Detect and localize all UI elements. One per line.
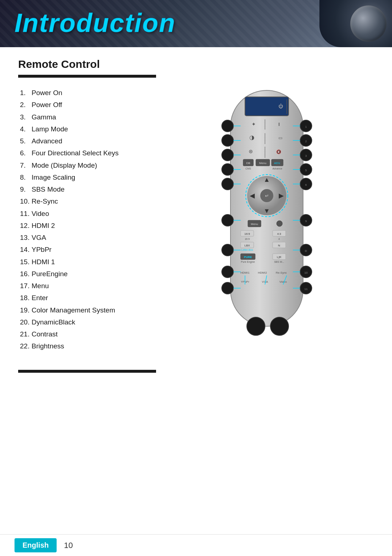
item-text: DynamicBlack [32,318,75,326]
svg-text:Menu: Menu [251,222,258,226]
item-text: HDMI 1 [32,258,55,266]
svg-text:4: 4 [278,238,280,240]
svg-point-65 [222,282,233,294]
svg-text:PURE: PURE [244,255,252,259]
svg-text:5: 5 [305,169,307,172]
footer: English 10 [0,534,392,556]
item-text: Advanced [32,137,62,145]
list-item: 15.HDMI 1 [18,256,149,268]
svg-text:Video: Video [279,280,287,283]
item-text: SBS Mode [32,185,65,193]
svg-text:🔇: 🔇 [276,149,281,154]
svg-text:11: 11 [305,287,308,291]
item-number: 5. [20,135,32,147]
svg-point-55 [247,317,265,335]
section-title: Remote Control [18,58,374,70]
svg-text:Re-Sync: Re-Sync [276,271,287,274]
item-number: 11. [20,208,32,220]
language-badge: English [15,538,57,552]
list-item: 12.HDMI 2 [18,220,149,232]
list-item: 5.Advanced [18,135,149,147]
item-text: Contrast [32,330,58,338]
svg-text:HDMI1: HDMI1 [241,271,250,274]
item-text: Re-Sync [32,197,58,205]
list-item: 8.Image Scaling [18,171,149,183]
svg-text:↵: ↵ [265,193,269,199]
svg-text:ADV.: ADV. [274,162,281,165]
svg-point-56 [270,317,289,335]
svg-point-57 [222,120,233,132]
svg-text:Menu: Menu [259,162,266,165]
svg-text:N: N [278,244,280,247]
svg-text:SBS M...: SBS M... [274,261,284,263]
item-number: 9. [20,183,32,195]
svg-point-31 [277,221,282,226]
svg-text:HDMI2: HDMI2 [258,271,267,274]
top-divider [18,75,156,78]
list-item: 2.Power Off [18,99,149,111]
remote-svg-wrapper: ⏻ ✦ I ◑ ▭ ⊛ 🔇 D [209,87,325,363]
item-number: 20. [20,316,32,328]
item-text: Power On [32,89,62,97]
list-item: 16.PureEngine [18,268,149,280]
bottom-divider [18,370,156,373]
svg-point-63 [222,244,233,256]
svg-text:LBX: LBX [244,244,250,247]
svg-text:I: I [278,122,280,127]
list-item: 7.Mode (Display Mode) [18,159,149,171]
list-item: 1.Power On [18,87,149,99]
svg-text:L|R: L|R [277,255,282,259]
items-list: 1.Power On2.Power Off3.Gamma4.Lamp Mode5… [18,87,149,352]
lens-decoration [319,0,392,47]
item-text: Four Directional Select Keys [32,149,119,157]
svg-point-62 [222,214,233,226]
svg-text:6: 6 [305,183,307,187]
svg-text:4:3: 4:3 [277,232,281,236]
item-text: Lamp Mode [32,125,68,133]
header-background: Introduction [0,0,392,47]
list-item: 21.Contrast [18,328,149,340]
item-number: 15. [20,256,32,268]
svg-text:1: 1 [305,125,307,128]
item-text: YPbPr [32,246,52,253]
list-item: 3.Gamma [18,111,149,123]
svg-text:⊛: ⊛ [249,148,253,154]
page-number: 10 [64,541,73,550]
svg-text:◑: ◑ [249,134,254,140]
svg-text:2: 2 [305,140,307,143]
svg-point-58 [222,135,233,146]
list-item: 20.DynamicBlack [18,316,149,328]
item-number: 4. [20,123,32,135]
svg-text:▼: ▼ [264,207,270,214]
item-text: VGA [32,234,46,241]
list-item: 6.Four Directional Select Keys [18,147,149,159]
list-item: 10.Re-Sync [18,195,149,207]
item-number: 7. [20,159,32,171]
svg-text:9: 9 [305,220,307,223]
item-number: 8. [20,171,32,183]
item-number: 21. [20,328,32,340]
numbered-list: 1.Power On2.Power Off3.Gamma4.Lamp Mode5… [18,87,149,352]
item-text: Color Management System [32,306,115,314]
item-number: 3. [20,111,32,123]
item-number: 14. [20,244,32,255]
remote-illustration: ⏻ ✦ I ◑ ▭ ⊛ 🔇 D [160,87,374,363]
list-item: 17.Menu [18,280,149,292]
item-number: 1. [20,87,32,99]
item-text: HDMI 2 [32,222,55,229]
svg-text:D: D [305,249,307,253]
svg-text:▲: ▲ [264,176,270,183]
svg-text:DB: DB [246,162,250,165]
item-text: Enter [32,294,48,302]
svg-text:⏻: ⏻ [278,103,283,109]
list-item: 13.VGA [18,232,149,244]
svg-text:✦: ✦ [252,121,256,127]
list-item: 14.YPbPr [18,244,149,255]
main-layout: 1.Power On2.Power Off3.Gamma4.Lamp Mode5… [18,87,374,363]
item-number: 12. [20,220,32,232]
item-number: 10. [20,195,32,207]
svg-text:3: 3 [305,154,307,158]
item-number: 6. [20,147,32,159]
list-item: 11.Video [18,208,149,220]
svg-text:▶: ▶ [279,192,284,199]
